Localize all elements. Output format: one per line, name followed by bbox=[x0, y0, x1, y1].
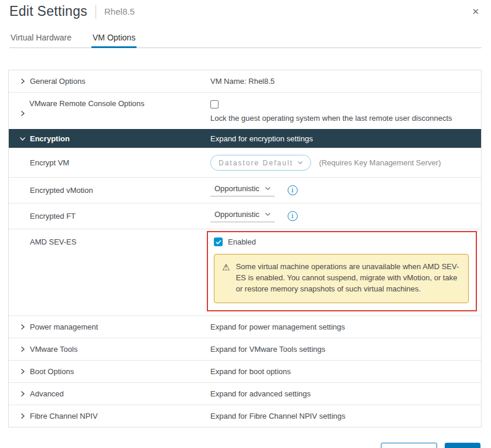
row-label[interactable]: Fibre Channel NPIV bbox=[30, 412, 98, 420]
chevron-down-icon bbox=[265, 212, 271, 216]
dialog-header: Edit Settings Rhel8.5 ✕ bbox=[0, 0, 491, 19]
row-value: Expand for VMware Tools settings bbox=[210, 345, 325, 354]
chevron-right-icon[interactable] bbox=[19, 391, 26, 397]
row-value: Expand for boot options bbox=[210, 367, 291, 376]
vm-name: Rhel8.5 bbox=[104, 6, 135, 16]
tab-vm-options[interactable]: VM Options bbox=[91, 33, 137, 47]
chevron-right-icon[interactable] bbox=[19, 78, 26, 84]
row-amd-sev-es: AMD SEV-ES Enabled ⚠ Some virtual machin… bbox=[9, 229, 481, 315]
encrypted-ft-select[interactable]: Opportunistic bbox=[210, 210, 275, 222]
row-vmware-tools: VMware Tools Expand for VMware Tools set… bbox=[9, 338, 481, 360]
chevron-right-icon[interactable] bbox=[19, 324, 26, 330]
warning-icon: ⚠ bbox=[222, 262, 230, 295]
encrypted-vmotion-select[interactable]: Opportunistic bbox=[210, 184, 275, 196]
row-label[interactable]: Power management bbox=[30, 323, 98, 331]
row-encrypted-vmotion: Encrypted vMotion Opportunistic i bbox=[9, 177, 481, 203]
row-label[interactable]: Encryption bbox=[30, 134, 70, 143]
encrypt-vm-dropdown[interactable]: Datastore Default bbox=[210, 155, 311, 171]
checkbox-label: Lock the guest operating system when the… bbox=[210, 114, 452, 123]
tab-bar: Virtual Hardware VM Options bbox=[9, 33, 482, 48]
row-label: AMD SEV-ES bbox=[30, 237, 76, 246]
row-value: Expand for Fibre Channel NPIV settings bbox=[210, 412, 346, 420]
ok-button[interactable]: OK bbox=[445, 443, 480, 448]
chevron-down-icon bbox=[298, 161, 303, 165]
row-label: Encrypt VM bbox=[30, 158, 69, 167]
cancel-button[interactable]: CANCEL bbox=[381, 443, 437, 448]
dialog-title: Edit Settings bbox=[9, 4, 87, 19]
select-value: Opportunistic bbox=[214, 184, 260, 193]
row-encrypt-vm: Encrypt VM Datastore Default (Requires K… bbox=[9, 148, 481, 177]
row-value: VM Name: Rhel8.5 bbox=[210, 77, 275, 86]
select-value: Opportunistic bbox=[214, 210, 260, 219]
row-value: Expand for power management settings bbox=[210, 323, 345, 331]
row-advanced: Advanced Expand for advanced settings bbox=[9, 382, 481, 405]
info-icon[interactable]: i bbox=[288, 211, 298, 221]
row-label[interactable]: VMware Tools bbox=[30, 345, 77, 354]
row-label[interactable]: Advanced bbox=[30, 389, 64, 398]
title-separator bbox=[96, 5, 96, 19]
warning-banner: ⚠ Some virtual machine operations are un… bbox=[214, 254, 469, 303]
tab-virtual-hardware[interactable]: Virtual Hardware bbox=[9, 33, 73, 47]
warning-text: Some virtual machine operations are unav… bbox=[236, 262, 459, 295]
kms-note: (Requires Key Management Server) bbox=[319, 158, 441, 167]
chevron-right-icon[interactable] bbox=[19, 110, 26, 117]
row-encrypted-ft: Encrypted FT Opportunistic i bbox=[9, 203, 481, 229]
validation-error-outline: Enabled ⚠ Some virtual machine operation… bbox=[207, 231, 477, 311]
row-label: Encrypted FT bbox=[30, 212, 76, 220]
row-label[interactable]: VMware Remote Console Options bbox=[29, 99, 145, 108]
row-boot-options: Boot Options Expand for boot options bbox=[9, 360, 481, 382]
amd-sev-es-checkbox[interactable] bbox=[214, 237, 223, 246]
row-encryption-header: Encryption Expand for encryption setting… bbox=[9, 129, 481, 148]
dialog-footer: CANCEL OK bbox=[0, 443, 480, 448]
info-icon[interactable]: i bbox=[288, 185, 298, 195]
checkbox-label: Enabled bbox=[228, 237, 256, 246]
chevron-right-icon[interactable] bbox=[19, 368, 26, 375]
row-remote-console-options: VMware Remote Console Options Lock the g… bbox=[9, 92, 481, 129]
row-general-options: General Options VM Name: Rhel8.5 bbox=[9, 70, 481, 92]
vm-options-table: General Options VM Name: Rhel8.5 VMware … bbox=[8, 70, 482, 427]
chevron-down-icon bbox=[265, 186, 271, 191]
close-icon[interactable]: ✕ bbox=[469, 4, 482, 19]
row-label[interactable]: General Options bbox=[30, 77, 86, 86]
row-value: Expand for encryption settings bbox=[210, 134, 313, 143]
chevron-down-icon[interactable] bbox=[19, 135, 26, 142]
check-icon bbox=[216, 240, 221, 245]
chevron-right-icon[interactable] bbox=[19, 346, 26, 352]
row-label: Encrypted vMotion bbox=[30, 186, 93, 195]
row-label[interactable]: Boot Options bbox=[30, 367, 74, 376]
dropdown-value: Datastore Default bbox=[219, 159, 293, 167]
chevron-right-icon[interactable] bbox=[19, 413, 26, 419]
lock-guest-os-checkbox[interactable] bbox=[210, 100, 219, 108]
row-value: Expand for advanced settings bbox=[210, 389, 311, 398]
row-fibre-channel-npiv: Fibre Channel NPIV Expand for Fibre Chan… bbox=[9, 405, 481, 427]
row-power-management: Power management Expand for power manage… bbox=[9, 315, 481, 338]
